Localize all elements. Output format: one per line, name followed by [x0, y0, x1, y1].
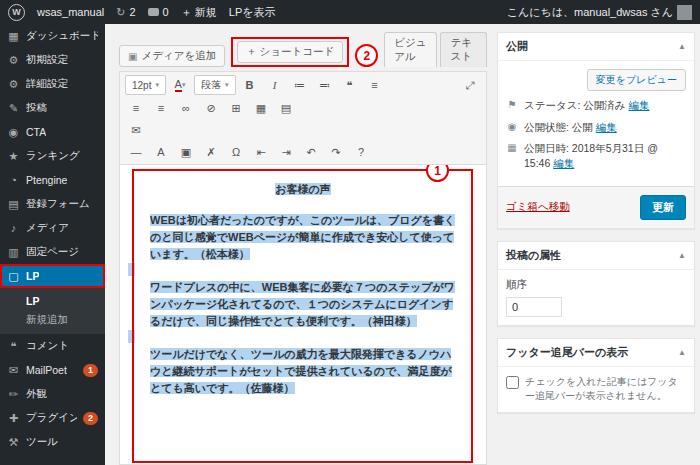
footer-bar-header[interactable]: フッター追尾バーの表示 ▲ [498, 339, 694, 367]
shortcode-annotation-box: ＋ ショートコード [231, 37, 349, 67]
toolbar-row-3: —A▣✗Ω⇤⇥↶↷? [123, 141, 483, 163]
submenu-item-lp[interactable]: LP [0, 292, 105, 310]
numbered-list-button[interactable]: ≕ [314, 76, 336, 94]
sidebar-item-ptengine[interactable]: ◔ Ptengine [0, 168, 105, 192]
publish-panel-title: 公開 [506, 39, 528, 54]
footer-bar-title: フッター追尾バーの表示 [506, 345, 628, 360]
order-input[interactable] [506, 297, 562, 317]
sidebar-item-pages[interactable]: ▥ 固定ページ [0, 240, 105, 264]
grid-button[interactable]: ▦ [250, 99, 272, 117]
chevron-down-icon: ▾ [155, 81, 159, 89]
sidebar-item-dashboard[interactable]: ▦ ダッシュボード [0, 24, 105, 48]
fullscreen-button[interactable]: ⤢ [459, 76, 481, 94]
align-right-button[interactable]: ≡ [150, 99, 172, 117]
sidebar-item-initial-settings[interactable]: ⚙ 初期設定 [0, 48, 105, 72]
collapse-icon[interactable]: ▲ [678, 251, 686, 260]
sidebar-item-appearance[interactable]: ✏ 外観 [0, 382, 105, 406]
move-to-trash-link[interactable]: ゴミ箱へ移動 [506, 200, 570, 214]
align-center-button[interactable]: ≡ [364, 76, 386, 94]
blockquote-button[interactable]: ❝ [339, 76, 361, 94]
update-button[interactable]: 更新 [640, 195, 686, 220]
wp-logo-menu[interactable]: W [8, 4, 25, 21]
pin-icon: ⚑ [506, 98, 518, 112]
italic-button[interactable]: I [264, 76, 286, 94]
special-char-button[interactable]: Ω [225, 143, 247, 161]
main-area: ▣ メディアを追加 ＋ ショートコード 2 ビジュアル テキスト 12pt [105, 24, 700, 465]
editor-text: お客様の声 WEBは初心者だったのですが、このツールは、ブログを書くのと同じ感覚… [120, 171, 486, 397]
preview-changes-button[interactable]: 変更をプレビュー [587, 69, 686, 91]
tab-visual[interactable]: ビジュアル [384, 32, 437, 67]
publish-panel-body: 変更をプレビュー ⚑ ステータス: 公開済み 編集 ◉ 公開状態: 公開 編集 … [498, 61, 694, 186]
collapse-icon[interactable]: ▲ [678, 42, 686, 51]
undo-button[interactable]: ↶ [300, 143, 322, 161]
publish-panel-header[interactable]: 公開 ▲ [498, 33, 694, 61]
dashboard-icon: ▦ [7, 30, 20, 43]
editor-content-area[interactable]: 1 お客様の声 WEBは初心者だったのですが、このツールは、ブログを書くのと同じ… [120, 165, 486, 464]
help-button[interactable]: ? [350, 143, 372, 161]
toolbar-group-format: BI≔≕❝≡ [239, 76, 386, 94]
hr-button[interactable]: — [125, 143, 147, 161]
clear-format-button[interactable]: ✗ [200, 143, 222, 161]
new-content-menu[interactable]: ＋ 新規 [181, 5, 217, 20]
tab-text[interactable]: テキスト [440, 32, 487, 67]
edit-visibility-link[interactable]: 編集 [596, 121, 617, 133]
published-date-row: ▦ 公開日時: 2018年5月31日 @ 15:46 編集 [506, 141, 686, 170]
text-color-button[interactable]: A ▾ [169, 76, 191, 94]
align-left-button[interactable]: ≡ [125, 99, 147, 117]
collapse-icon[interactable]: ▲ [678, 348, 686, 357]
page-break-button[interactable]: ▤ [275, 99, 297, 117]
sidebar-item-lp[interactable]: ▢ LP [0, 264, 105, 288]
view-lp-link[interactable]: LPを表示 [229, 5, 276, 20]
sidebar-item-plugins[interactable]: ✚ プラグイン 2 [0, 406, 105, 430]
wordpress-logo-icon: W [8, 4, 25, 21]
updates-icon: ↻ [116, 6, 125, 19]
footer-bar-checkbox-label: チェックを入れた記事にはフッター追尾バーが表示されません。 [525, 375, 686, 404]
lp-submenu: LP 新規追加 [0, 288, 105, 334]
sidebar-item-mailpoet[interactable]: ✉ MailPoet 1 [0, 358, 105, 382]
sidebar-item-posts[interactable]: ✎ 投稿 [0, 96, 105, 120]
page-icon: ▥ [7, 246, 20, 259]
post-attributes-header[interactable]: 投稿の属性 ▲ [498, 242, 694, 270]
bold-button[interactable]: B [239, 76, 261, 94]
account-menu[interactable]: こんにちは、manual_dwsas さん [507, 5, 692, 20]
sidebar-item-tools[interactable]: ⚒ ツール [0, 430, 105, 454]
underline-color-button[interactable]: A [150, 143, 172, 161]
unlink-button[interactable]: ⊘ [200, 99, 222, 117]
submenu-item-add-new[interactable]: 新規追加 [0, 310, 105, 330]
site-name-link[interactable]: wsas_manual [37, 6, 104, 18]
sidebar-item-ranking[interactable]: ★ ランキング [0, 144, 105, 168]
eye-icon: ◉ [506, 120, 518, 134]
mail-shortcode-button[interactable]: ✉ [125, 121, 147, 139]
sidebar-item-registration-form[interactable]: ▤ 登録フォーム [0, 192, 105, 216]
sidebar-item-media[interactable]: ♪ メディア [0, 216, 105, 240]
star-icon: ★ [7, 150, 20, 163]
status-row: ⚑ ステータス: 公開済み 編集 [506, 98, 686, 113]
content-title: お客様の声 [150, 181, 456, 198]
indent-button[interactable]: ⇥ [275, 143, 297, 161]
tools-icon: ⚒ [7, 436, 20, 449]
edit-status-link[interactable]: 編集 [629, 99, 650, 111]
editor-top-row: ▣ メディアを追加 ＋ ショートコード 2 ビジュアル テキスト [119, 32, 487, 67]
updates-link[interactable]: ↻ 2 [116, 6, 135, 19]
link-button[interactable]: ∞ [175, 99, 197, 117]
table-button[interactable]: ⊞ [225, 99, 247, 117]
mailpoet-badge: 1 [83, 364, 98, 377]
pencil-icon: ✎ [7, 102, 20, 115]
sidebar-item-comments[interactable]: ❝ コメント [0, 334, 105, 358]
analytics-icon: ◔ [7, 174, 20, 186]
paste-text-button[interactable]: ▣ [175, 143, 197, 161]
font-size-select[interactable]: 12pt ▾ [125, 75, 166, 95]
paragraph-format-select[interactable]: 段落 ▾ [194, 75, 236, 95]
toolbar-row-1: 12pt ▾ A ▾ 段落 ▾ BI≔≕❝≡ ⤢ [123, 73, 483, 97]
comments-link[interactable]: 0 [148, 6, 169, 18]
edit-date-link[interactable]: 編集 [553, 157, 574, 169]
outdent-button[interactable]: ⇤ [250, 143, 272, 161]
shortcode-button[interactable]: ＋ ショートコード [237, 41, 343, 63]
redo-button[interactable]: ↷ [325, 143, 347, 161]
target-icon: ◉ [7, 126, 20, 139]
sidebar-item-cta[interactable]: ◉ CTA [0, 120, 105, 144]
sidebar-item-advanced-settings[interactable]: ⚙ 詳細設定 [0, 72, 105, 96]
bullet-list-button[interactable]: ≔ [289, 76, 311, 94]
footer-bar-checkbox[interactable] [506, 376, 519, 389]
add-media-button[interactable]: ▣ メディアを追加 [119, 45, 225, 67]
